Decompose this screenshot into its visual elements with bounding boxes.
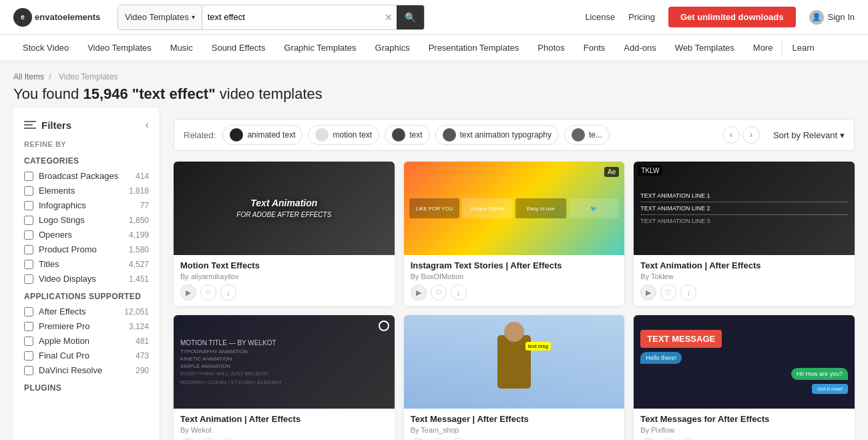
item-author-6: By Pixflow	[640, 426, 848, 434]
related-chip-motion-text[interactable]: motion text	[308, 125, 379, 145]
chevron-down-icon: ▾	[192, 13, 195, 21]
filter-elements-checkbox[interactable]	[24, 186, 33, 196]
thumb-badge-3: TKLW	[638, 166, 662, 176]
filter-infographics-count: 77	[140, 201, 149, 210]
item-card-3[interactable]: TEXT ANIMATION LINE 1 TEXT ANIMATION LIN…	[634, 162, 855, 306]
filter-premiere-pro-checkbox[interactable]	[24, 322, 33, 331]
preview-button-2[interactable]: ▶	[411, 284, 427, 300]
preview-button-3[interactable]: ▶	[640, 284, 656, 300]
related-chip-animated-text[interactable]: animated text	[222, 125, 302, 145]
download-button-2[interactable]: ↓	[451, 284, 467, 300]
header: e envatоelements Video Templates ▾ ✕ 🔍 L…	[0, 0, 868, 35]
logo-icon: e	[13, 8, 32, 27]
filter-broadcast-checkbox[interactable]	[24, 172, 33, 181]
nav-addons[interactable]: Add-ons	[614, 35, 665, 61]
related-chip-te[interactable]: te...	[564, 125, 610, 145]
item-card-2[interactable]: Ae LIKE FOR YOU Unique Stories Easy to u…	[404, 162, 625, 306]
breadcrumb-all-items[interactable]: All Items	[13, 72, 44, 81]
result-count: 15,946	[83, 85, 128, 102]
related-chip-text-anim[interactable]: text animation typography	[435, 125, 559, 145]
sort-control[interactable]: Sort by Relevant ▾	[773, 130, 845, 140]
nav-stock-video[interactable]: Stock Video	[13, 35, 78, 61]
sign-in-button[interactable]: 👤 Sign In	[809, 10, 855, 25]
filter-logo-stings-checkbox[interactable]	[24, 216, 33, 225]
filter-broadcast-label: Broadcast Packages	[39, 171, 130, 181]
filter-davinci-resolve-checkbox[interactable]	[24, 366, 33, 375]
bookmark-button-2[interactable]: ♡	[431, 284, 447, 300]
search-button[interactable]: 🔍	[397, 5, 424, 29]
nav-graphics[interactable]: Graphics	[366, 35, 419, 61]
filter-openers: Openers 4,199	[24, 230, 149, 240]
item-info-3: Text Animation | After Effects By Toklew…	[634, 255, 855, 306]
filter-after-effects-count: 12,051	[124, 307, 149, 316]
nav-photos[interactable]: Photos	[528, 35, 574, 61]
filters-title: Filters	[24, 119, 71, 131]
nav-web-templates[interactable]: Web Templates	[666, 35, 744, 61]
filter-video-displays-checkbox[interactable]	[24, 274, 33, 284]
related-nav-next[interactable]: ›	[742, 126, 760, 144]
logo[interactable]: e envatоelements	[13, 8, 107, 27]
nav-more[interactable]: More	[744, 35, 783, 61]
filter-openers-checkbox[interactable]	[24, 230, 33, 240]
download-button-1[interactable]: ↓	[220, 284, 236, 300]
item-card-6[interactable]: TEXT MESSAGE Hello there! Hi! How are yo…	[634, 315, 855, 440]
filter-after-effects-label: After Effects	[39, 306, 119, 316]
filter-broadcast-count: 414	[136, 172, 149, 181]
license-link[interactable]: License	[585, 12, 615, 22]
nav-fonts[interactable]: Fonts	[574, 35, 615, 61]
item-author-1: By aliyarmikayilov	[180, 272, 388, 280]
filter-video-displays-label: Video Displays	[39, 274, 124, 284]
related-nav: ‹ ›	[722, 126, 760, 144]
header-nav: License Pricing Get unlimited downloads …	[585, 7, 855, 27]
item-actions-2: ▶ ♡ ↓	[411, 284, 618, 300]
filter-after-effects: After Effects 12,051	[24, 306, 149, 316]
filter-after-effects-checkbox[interactable]	[24, 307, 33, 316]
filter-apple-motion-count: 481	[136, 337, 149, 346]
item-thumb-1: Text AnimationFOR ADOBE AFTER EFFECTS	[174, 162, 395, 255]
bookmark-button-3[interactable]: ♡	[660, 284, 676, 300]
refine-by-label: Refine by	[24, 140, 149, 148]
related-chip-text[interactable]: text	[385, 125, 429, 145]
filter-product-promo: Product Promo 1,580	[24, 244, 149, 254]
nav-presentation-templates[interactable]: Presentation Templates	[419, 35, 529, 61]
nav-music[interactable]: Music	[161, 35, 202, 61]
filter-titles-count: 4,527	[129, 260, 149, 269]
filter-product-promo-checkbox[interactable]	[24, 245, 33, 254]
filter-davinci-resolve-label: DaVinci Resolve	[39, 365, 130, 375]
result-query: "text effect"	[132, 85, 216, 102]
related-nav-prev[interactable]: ‹	[722, 126, 740, 144]
filter-final-cut-pro-count: 473	[136, 351, 149, 361]
search-category-dropdown[interactable]: Video Templates ▾	[118, 5, 202, 29]
preview-button-1[interactable]: ▶	[180, 284, 196, 300]
collapse-sidebar-button[interactable]: ‹	[146, 119, 149, 131]
get-unlimited-button[interactable]: Get unlimited downloads	[668, 7, 796, 27]
breadcrumb-area: All Items / Video Templates You found 15…	[0, 61, 868, 108]
filter-infographics-checkbox[interactable]	[24, 201, 33, 210]
pricing-link[interactable]: Pricing	[628, 12, 655, 22]
search-input[interactable]	[202, 5, 381, 29]
item-title-3: Text Animation | After Effects	[640, 260, 848, 270]
chip-label-text: text	[409, 130, 422, 140]
filter-premiere-pro-label: Premiere Pro	[39, 321, 124, 331]
item-info-5: Text Messager | After Effects By Team_sh…	[404, 409, 625, 440]
filter-davinci-resolve-count: 290	[136, 366, 149, 375]
filter-final-cut-pro-checkbox[interactable]	[24, 351, 33, 361]
nav-learn[interactable]: Learn	[783, 35, 823, 61]
clear-search-icon[interactable]: ✕	[381, 12, 397, 23]
item-card-4[interactable]: MOTION TITLE — BY WELKOT TYPOGRAPHY ANIM…	[174, 315, 395, 440]
item-card-5[interactable]: text msg Text Messager | After Effects B…	[404, 315, 625, 440]
chip-thumb-te	[572, 128, 585, 142]
filter-titles-checkbox[interactable]	[24, 260, 33, 269]
categories-section-title: Categories	[24, 156, 149, 166]
nav-video-templates[interactable]: Video Templates	[78, 35, 161, 61]
item-actions-1: ▶ ♡ ↓	[180, 284, 388, 300]
item-card-1[interactable]: Text AnimationFOR ADOBE AFTER EFFECTS Mo…	[174, 162, 395, 306]
thumb-motion-text: MOTION TITLE — BY WELKOT TYPOGRAPHY ANIM…	[174, 333, 395, 392]
item-author-5: By Team_shop	[411, 426, 618, 434]
download-button-3[interactable]: ↓	[680, 284, 696, 300]
nav-sound-effects[interactable]: Sound Effects	[202, 35, 275, 61]
bookmark-button-1[interactable]: ♡	[200, 284, 216, 300]
filter-apple-motion-checkbox[interactable]	[24, 337, 33, 346]
filters-label: Filters	[41, 120, 71, 131]
nav-graphic-templates[interactable]: Graphic Templates	[274, 35, 365, 61]
